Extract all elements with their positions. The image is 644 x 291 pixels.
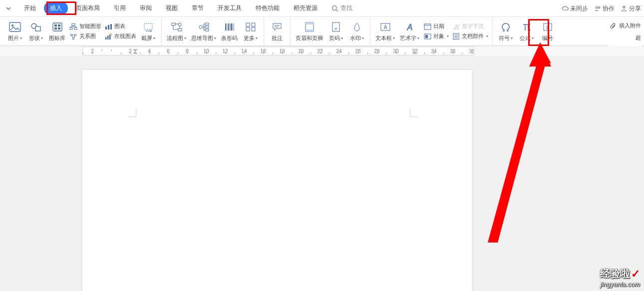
ruler-tick: 12 [216, 48, 235, 54]
headerfooter-button[interactable]: 页眉和页脚 [294, 20, 325, 43]
symbol-button[interactable]: 符号▾ [496, 20, 516, 43]
shapes-button[interactable]: 形状▾ [26, 20, 46, 43]
chevron-down-icon [6, 6, 11, 11]
svg-rect-59 [425, 35, 428, 38]
tab-pagelayout[interactable]: 页面布局 [70, 2, 106, 14]
chart-button[interactable]: 图表 [103, 22, 137, 31]
ruler-area: 2 2 4 6 8 10 12 14 16 18 20 22 24 26 28 … [0, 46, 644, 56]
indent-marker-right[interactable] [412, 47, 417, 56]
wordart-label: 艺术字 [400, 34, 416, 42]
attachment-label: 插入附件 [619, 22, 641, 30]
svg-rect-10 [58, 24, 60, 26]
tab-insert[interactable]: 插入 [44, 2, 68, 14]
barcode-button[interactable]: 条形码 [219, 20, 240, 43]
tab-start[interactable]: 开始 [18, 2, 42, 14]
flowchart-button[interactable]: 流程图▾ [165, 20, 188, 43]
mindmap-button[interactable]: 思维导图▾ [189, 20, 218, 43]
ribbon-group-attachment: 插入附件 超 [608, 17, 642, 46]
margin-corner [128, 109, 136, 117]
smartart-button[interactable]: 智能图形 [68, 22, 102, 31]
relation-button[interactable]: 关系图 [68, 32, 102, 41]
dropcap-icon: A [452, 22, 460, 30]
tab-chapter[interactable]: 章节 [186, 2, 210, 14]
ruler-tick: 4 [140, 48, 159, 54]
flowchart-label: 流程图 [167, 34, 183, 42]
textbox-label: 文本框 [375, 34, 392, 42]
mindmap-icon [197, 20, 210, 34]
search-icon [331, 5, 338, 12]
more-button[interactable]: 更多▾ [241, 20, 261, 43]
tab-features[interactable]: 特色功能 [250, 2, 286, 14]
svg-point-30 [199, 26, 202, 28]
wordart-button[interactable]: A 艺术字▾ [398, 20, 421, 43]
cloud-icon [562, 5, 569, 12]
search-button[interactable]: 查找 [331, 4, 352, 12]
tab-review[interactable]: 审阅 [134, 2, 158, 14]
tab-devtools[interactable]: 开发工具 [212, 2, 248, 14]
docparts-button[interactable]: 文档部件▾ [451, 32, 489, 41]
collab-button[interactable]: 协作 [594, 4, 615, 13]
tab-view[interactable]: 视图 [160, 2, 184, 14]
document-page[interactable] [82, 70, 472, 291]
paperclip-icon [609, 22, 617, 30]
picture-button[interactable]: 图片▾ [5, 20, 25, 43]
relation-icon [69, 32, 77, 40]
svg-rect-47 [306, 22, 314, 24]
svg-point-5 [11, 24, 13, 26]
sync-button[interactable]: 未同步 [562, 4, 588, 13]
smartart-icon [69, 22, 77, 30]
svg-rect-28 [178, 28, 182, 31]
object-label: 对象 [433, 32, 444, 40]
ruler-tick: 2 [83, 48, 102, 54]
docparts-icon [452, 32, 460, 40]
screenshot-icon [142, 20, 155, 34]
svg-rect-21 [110, 24, 112, 30]
onlinechart-button[interactable]: 在线图表 [103, 32, 137, 41]
svg-rect-9 [54, 24, 57, 26]
object-button[interactable]: 对象▾ [422, 32, 450, 41]
ruler-tick: 22 [311, 48, 329, 54]
ruler-tick: 26 [348, 48, 367, 54]
tab-reference[interactable]: 引用 [108, 2, 132, 14]
svg-rect-8 [53, 23, 62, 31]
ruler-tick: 18 [273, 48, 292, 54]
iconlib-button[interactable]: 图标库 [47, 20, 67, 43]
omega-icon [499, 20, 512, 34]
pagenum-button[interactable]: # 页码▾ [326, 20, 346, 43]
ribbon-group-diagrams: 流程图▾ 思维导图▾ 条形码 更多▾ [162, 17, 264, 46]
equation-button[interactable]: 公式▾ [517, 20, 537, 43]
screenshot-button[interactable]: 截屏▾ [138, 20, 158, 43]
share-button[interactable]: 分享 [621, 4, 641, 13]
comment-button[interactable]: 批注 [267, 20, 287, 43]
dropcap-button[interactable]: A首字下沉 [451, 22, 489, 31]
textbox-button[interactable]: A 文本框▾ [373, 20, 397, 43]
watermark-label: 水印 [350, 34, 361, 42]
svg-point-18 [72, 38, 74, 40]
svg-text:#: # [335, 26, 337, 31]
svg-rect-31 [205, 23, 209, 25]
attachment-button[interactable]: 插入附件 [608, 22, 642, 30]
menu-dropdown[interactable] [4, 4, 13, 13]
svg-text:1.: 1. [546, 25, 550, 30]
svg-point-17 [74, 34, 76, 36]
svg-rect-7 [35, 26, 40, 31]
numbering-button[interactable]: 1. 编号 [538, 20, 558, 43]
shapes-label: 形状 [29, 34, 40, 42]
pagenum-label: 页码 [329, 34, 340, 42]
tab-resources[interactable]: 稻壳资源 [288, 2, 323, 14]
indent-marker-left[interactable] [133, 47, 138, 56]
ruler-tick: 8 [178, 48, 197, 54]
ribbon-group-text: A 文本框▾ A 艺术字▾ 日期 对象▾ A首字下沉 文档部件▾ [370, 17, 493, 46]
date-label: 日期 [433, 22, 444, 30]
svg-rect-54 [424, 24, 431, 30]
numbering-icon: 1. [541, 20, 554, 34]
svg-rect-48 [306, 30, 314, 32]
horizontal-ruler[interactable]: 2 2 4 6 8 10 12 14 16 18 20 22 24 26 28 … [82, 46, 474, 56]
svg-rect-13 [72, 24, 75, 26]
svg-text:A: A [406, 23, 412, 32]
picture-label: 图片 [8, 34, 19, 42]
svg-rect-26 [144, 24, 152, 30]
hyperlink-button[interactable]: 超 [635, 34, 642, 42]
date-button[interactable]: 日期 [422, 22, 450, 31]
watermark-button[interactable]: 水印▾ [347, 20, 367, 43]
